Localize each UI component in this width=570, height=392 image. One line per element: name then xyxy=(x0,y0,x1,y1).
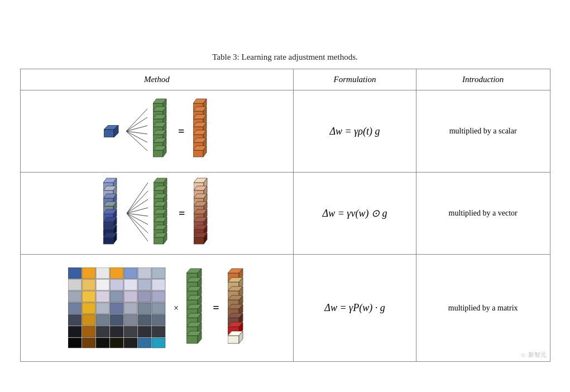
blue-single-cube xyxy=(104,125,119,137)
svg-rect-131 xyxy=(68,267,82,279)
svg-rect-132 xyxy=(82,267,95,279)
svg-rect-153 xyxy=(82,303,95,314)
arrow-lines-1 xyxy=(125,103,147,159)
svg-rect-143 xyxy=(138,279,151,290)
svg-rect-175 xyxy=(96,338,109,348)
header-formulation: Formulation xyxy=(294,69,416,90)
svg-line-4 xyxy=(126,117,147,131)
formula-cell-1: Δw = γρ(t) g xyxy=(294,90,416,173)
svg-marker-225 xyxy=(228,336,239,343)
svg-rect-158 xyxy=(152,303,165,314)
formula-2: Δw = γv(w) ⊙ g xyxy=(323,208,387,219)
svg-rect-157 xyxy=(138,303,151,314)
table-title: Table 3: Learning rate adjustment method… xyxy=(212,52,358,62)
result-tower-3 xyxy=(228,267,246,348)
svg-rect-160 xyxy=(82,314,95,326)
formula-3: Δw = γP(w) · g xyxy=(324,302,385,313)
equals-2: = xyxy=(179,207,185,220)
svg-rect-142 xyxy=(124,279,137,290)
svg-rect-176 xyxy=(110,338,123,348)
svg-rect-159 xyxy=(68,314,82,326)
svg-rect-140 xyxy=(96,279,109,290)
svg-rect-135 xyxy=(124,267,137,279)
svg-rect-177 xyxy=(124,338,137,348)
mixed-tower-2 xyxy=(194,177,210,250)
svg-rect-145 xyxy=(68,291,82,302)
svg-rect-148 xyxy=(110,291,123,302)
svg-rect-174 xyxy=(82,338,95,348)
method-cell-2: = xyxy=(20,173,294,255)
table-row: × xyxy=(20,255,550,362)
svg-marker-0 xyxy=(104,130,114,137)
svg-line-3 xyxy=(126,109,147,131)
svg-rect-152 xyxy=(68,303,82,314)
svg-rect-161 xyxy=(96,314,109,326)
header-introduction: Introduction xyxy=(416,69,550,90)
svg-line-77 xyxy=(127,199,148,213)
svg-rect-164 xyxy=(138,314,151,326)
svg-marker-72 xyxy=(103,237,113,244)
svg-rect-134 xyxy=(110,267,123,279)
svg-rect-155 xyxy=(110,303,123,314)
svg-rect-133 xyxy=(96,267,109,279)
svg-rect-154 xyxy=(96,303,109,314)
formula-cell-2: Δw = γv(w) ⊙ g xyxy=(294,173,416,255)
svg-rect-137 xyxy=(152,267,165,279)
equals-1: = xyxy=(178,125,184,138)
svg-rect-173 xyxy=(68,338,82,348)
svg-rect-169 xyxy=(110,326,123,337)
svg-rect-179 xyxy=(152,338,165,348)
svg-rect-151 xyxy=(152,291,165,302)
svg-rect-166 xyxy=(68,326,82,337)
svg-line-82 xyxy=(127,213,148,241)
svg-rect-171 xyxy=(138,326,151,337)
svg-rect-156 xyxy=(124,303,137,314)
multicolor-tower-left xyxy=(103,177,120,250)
svg-rect-178 xyxy=(138,338,151,348)
svg-rect-136 xyxy=(138,267,151,279)
svg-line-5 xyxy=(126,126,147,131)
header-method: Method xyxy=(20,69,294,90)
svg-rect-165 xyxy=(152,314,165,326)
row2-diagram: = xyxy=(27,177,287,250)
page-container: Table 3: Learning rate adjustment method… xyxy=(0,11,570,392)
method-cell-3: × xyxy=(20,255,294,362)
svg-rect-170 xyxy=(124,326,137,337)
svg-rect-138 xyxy=(68,279,82,290)
method-cell-1: = xyxy=(20,90,294,173)
svg-marker-104 xyxy=(154,237,164,244)
table-header-row: Method Formulation Introduction xyxy=(20,69,550,90)
orange-tower-1 xyxy=(193,98,210,165)
svg-line-76 xyxy=(127,191,148,213)
intro-cell-3: multiplied by a matrix ☺ 新智元 xyxy=(416,255,550,362)
svg-marker-128 xyxy=(194,237,204,244)
svg-rect-144 xyxy=(152,279,165,290)
green-tower-2 xyxy=(154,177,170,250)
svg-rect-168 xyxy=(96,326,109,337)
svg-rect-139 xyxy=(82,279,95,290)
svg-rect-146 xyxy=(82,291,95,302)
svg-rect-167 xyxy=(82,326,95,337)
arrow-lines-2 xyxy=(126,177,148,250)
table-row: = xyxy=(20,90,550,173)
svg-rect-172 xyxy=(152,326,165,337)
table-row: = xyxy=(20,173,550,255)
formula-cell-3: Δw = γP(w) · g xyxy=(294,255,416,362)
svg-marker-201 xyxy=(186,336,198,343)
times-sign: × xyxy=(174,303,179,313)
matrix-grid xyxy=(68,267,166,348)
row3-diagram: × xyxy=(27,259,287,357)
svg-rect-141 xyxy=(110,279,123,290)
row1-diagram: = xyxy=(27,95,287,168)
watermark: ☺ 新智元 xyxy=(520,351,547,359)
svg-rect-150 xyxy=(138,291,151,302)
svg-marker-48 xyxy=(193,150,203,157)
equals-3: = xyxy=(213,302,219,314)
intro-cell-2: multiplied by a vector xyxy=(416,173,550,255)
svg-rect-163 xyxy=(124,314,137,326)
formula-1: Δw = γρ(t) g xyxy=(329,126,380,137)
svg-marker-27 xyxy=(153,150,163,157)
svg-rect-162 xyxy=(110,314,123,326)
main-table: Method Formulation Introduction xyxy=(20,69,550,362)
svg-rect-149 xyxy=(124,291,137,302)
